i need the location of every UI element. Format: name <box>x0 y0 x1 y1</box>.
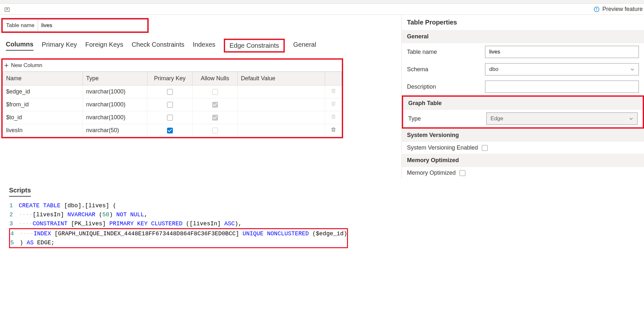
header-type: Type <box>83 72 147 85</box>
prop-description-label: Description <box>407 83 481 90</box>
tab-edge-constraints[interactable]: Edge Constraints <box>224 39 285 53</box>
tab-check-constraints[interactable]: Check Constraints <box>132 41 184 50</box>
cell-name[interactable]: $to_id <box>3 111 83 124</box>
code-content: ····[livesIn] NVARCHAR (50) NOT NULL, <box>19 210 635 219</box>
new-column-button[interactable]: New Column <box>3 60 342 72</box>
table-name-group: Table name <box>1 18 149 33</box>
cell-primary-key <box>147 85 193 98</box>
tab-foreign-keys[interactable]: Foreign Keys <box>85 41 123 50</box>
cell-name[interactable]: $from_id <box>3 98 83 111</box>
primary-key-checkbox[interactable] <box>167 89 173 95</box>
allow-nulls-checkbox[interactable] <box>212 102 218 108</box>
header-default-value: Default Value <box>238 72 325 85</box>
primary-key-checkbox[interactable] <box>167 102 173 108</box>
cell-type[interactable]: nvarchar(50) <box>83 124 147 137</box>
section-system-versioning: System Versioning <box>402 129 644 142</box>
cell-default-value[interactable] <box>238 124 325 137</box>
prop-sysver-label: System Versioning Enabled <box>407 144 478 151</box>
code-content: ····CONSTRAINT [PK_lives] PRIMARY KEY CL… <box>19 219 635 228</box>
primary-key-checkbox[interactable] <box>167 115 173 121</box>
cell-type[interactable]: nvarchar(1000) <box>83 98 147 111</box>
script-code[interactable]: 1CREATE TABLE [dbo].[lives] (2····[lives… <box>9 201 635 248</box>
allow-nulls-checkbox <box>212 128 218 133</box>
gutter: 3 <box>9 219 19 228</box>
prop-type-value: Edge <box>490 115 503 122</box>
chevron-down-icon <box>630 67 635 72</box>
cell-actions <box>325 124 342 137</box>
table-row[interactable]: $edge_idnvarchar(1000) <box>3 85 342 98</box>
cell-type[interactable]: nvarchar(1000) <box>83 111 147 124</box>
header-actions <box>325 72 342 85</box>
table-row[interactable]: $to_idnvarchar(1000) <box>3 111 342 124</box>
code-line: 5) AS EDGE; <box>10 238 347 247</box>
gutter: 2 <box>9 210 19 219</box>
trash-icon <box>331 101 336 107</box>
prop-table-name-label: Table name <box>407 49 481 55</box>
publish-icon[interactable] <box>4 6 10 13</box>
prop-schema-select[interactable]: dbo <box>485 63 639 75</box>
prop-schema-label: Schema <box>407 66 481 73</box>
cell-allow-nulls <box>193 85 238 98</box>
columns-table: Name Type Primary Key Allow Nulls Defaul… <box>3 72 342 137</box>
table-row[interactable]: $from_idnvarchar(1000) <box>3 98 342 111</box>
new-column-label: New Column <box>11 62 42 69</box>
table-row[interactable]: livesInnvarchar(50) <box>3 124 342 137</box>
tab-indexes[interactable]: Indexes <box>193 41 215 50</box>
code-line: 3····CONSTRAINT [PK_lives] PRIMARY KEY C… <box>9 219 635 228</box>
cell-type[interactable]: nvarchar(1000) <box>83 85 147 98</box>
cell-actions <box>325 98 342 111</box>
scripts-section: Scripts 1CREATE TABLE [dbo].[lives] (2··… <box>0 179 644 248</box>
cell-primary-key <box>147 111 193 124</box>
prop-table-name-input[interactable] <box>485 46 639 58</box>
gutter: 5 <box>10 238 20 247</box>
cell-actions <box>325 85 342 98</box>
info-icon <box>593 6 600 13</box>
code-line: 2····[livesIn] NVARCHAR (50) NOT NULL, <box>9 210 635 219</box>
cell-allow-nulls <box>193 98 238 111</box>
properties-title: Table Properties <box>402 15 644 30</box>
tab-general[interactable]: General <box>293 41 316 50</box>
cell-default-value[interactable] <box>238 98 325 111</box>
tabs: Columns Primary Key Foreign Keys Check C… <box>0 39 401 56</box>
allow-nulls-checkbox[interactable] <box>212 115 218 121</box>
graph-table-section-highlight: Graph Table Type Edge <box>402 95 644 129</box>
table-name-label: Table name <box>3 19 38 32</box>
gutter: 1 <box>9 201 19 210</box>
code-line: 1CREATE TABLE [dbo].[lives] ( <box>9 201 635 210</box>
cell-allow-nulls <box>193 124 238 137</box>
primary-key-checkbox[interactable] <box>167 128 173 133</box>
trash-icon <box>331 88 336 94</box>
prop-type-select: Edge <box>486 112 638 125</box>
top-toolbar-strip <box>0 0 644 4</box>
tab-primary-key[interactable]: Primary Key <box>42 41 77 50</box>
prop-type-label: Type <box>408 115 482 122</box>
svg-point-3 <box>596 8 597 8</box>
trash-icon <box>331 114 336 120</box>
cell-default-value[interactable] <box>238 111 325 124</box>
prop-memopt-checkbox[interactable] <box>460 170 465 176</box>
columns-area: New Column Name Type Primary Key Allow N… <box>1 58 343 138</box>
cell-default-value[interactable] <box>238 85 325 98</box>
trash-icon[interactable] <box>331 127 336 132</box>
section-graph-table: Graph Table <box>403 97 643 110</box>
chevron-down-icon <box>629 116 633 121</box>
code-content: CREATE TABLE [dbo].[lives] ( <box>19 201 635 210</box>
code-line: 4····INDEX [GRAPH_UNIQUE_INDEX_4448E18FF… <box>10 229 347 238</box>
toolbar-row: Preview feature <box>0 4 644 15</box>
prop-description-input[interactable] <box>485 81 639 93</box>
plus-icon <box>4 63 9 68</box>
prop-schema-value: dbo <box>489 66 498 73</box>
code-content: ) AS EDGE; <box>20 238 347 247</box>
prop-memopt-label: Memory Optimized <box>407 170 456 176</box>
header-primary-key: Primary Key <box>147 72 193 85</box>
table-name-input[interactable] <box>38 19 147 32</box>
tab-columns[interactable]: Columns <box>6 41 34 51</box>
scripts-title: Scripts <box>9 187 31 197</box>
cell-name[interactable]: livesIn <box>3 124 83 137</box>
allow-nulls-checkbox <box>212 89 218 95</box>
code-content: ····INDEX [GRAPH_UNIQUE_INDEX_4448E18FF6… <box>20 229 347 238</box>
cell-name[interactable]: $edge_id <box>3 85 83 98</box>
preview-feature-label: Preview feature <box>602 6 643 13</box>
preview-feature-badge: Preview feature <box>593 6 643 13</box>
prop-sysver-checkbox[interactable] <box>482 145 488 151</box>
